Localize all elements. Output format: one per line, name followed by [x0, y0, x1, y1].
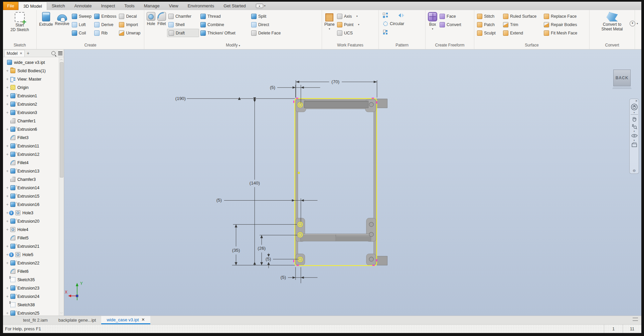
convert-to-sheet-metal-button[interactable]: Convert to Sheet Metal	[600, 11, 624, 31]
tab-overflow-icon[interactable]	[633, 318, 638, 321]
expander-icon[interactable]: +	[5, 244, 10, 249]
stitch-button[interactable]: Stitch	[476, 12, 502, 20]
extend-button[interactable]: Extend	[502, 29, 542, 37]
expander-icon[interactable]: +	[5, 219, 10, 224]
tree-item[interactable]: +Extrusion23	[3, 284, 59, 292]
rib-button[interactable]: Rib	[93, 29, 118, 37]
expander-icon[interactable]: +	[5, 69, 10, 73]
direct-button[interactable]: Direct	[250, 20, 291, 29]
axis-button[interactable]: Axis ▾	[336, 12, 366, 20]
file-menu-button[interactable]: File	[3, 2, 18, 10]
doc-tab-wide-case[interactable]: wide_case v3.ipt✕	[101, 316, 150, 324]
replace-face-button[interactable]: Replace Face	[542, 12, 585, 20]
add-tab-icon[interactable]: +	[27, 50, 29, 56]
chevron-down-icon[interactable]: ▾	[634, 130, 635, 132]
scroll-down-icon[interactable]: ﹀	[60, 311, 63, 316]
tree-item[interactable]: +Fillet6	[3, 267, 59, 275]
tab-inspect[interactable]: Inspect	[96, 2, 120, 10]
tab-get-started[interactable]: Get Started	[219, 2, 250, 10]
ruled-surface-button[interactable]: Ruled Surface	[502, 12, 542, 20]
freeform-convert-button[interactable]: Convert	[438, 20, 466, 29]
modify-group-label[interactable]: Modify ▾	[144, 42, 322, 49]
create-freeform-group-label[interactable]: Create Freeform	[426, 42, 474, 49]
fit-mesh-face-button[interactable]: Fit Mesh Face	[542, 29, 585, 37]
tree-item[interactable]: +Extrusion14	[3, 184, 59, 192]
sketch-group-label[interactable]: Sketch	[3, 42, 36, 49]
tree-item[interactable]: +Hole5	[3, 250, 59, 259]
dimension-labels[interactable]: (70) (5) (190) (140) (5) (35) (26) (5) (…	[175, 79, 339, 280]
browser-menu-icon[interactable]	[58, 51, 62, 55]
expander-icon[interactable]: +	[5, 127, 10, 132]
browser-tab-model[interactable]: Model✕	[4, 50, 25, 57]
expander-icon[interactable]: +	[5, 94, 10, 98]
sculpt-button[interactable]: Sculpt	[476, 29, 502, 37]
tree-item[interactable]: +Chamfer3	[3, 175, 59, 184]
shell-button[interactable]: Shell	[167, 20, 199, 29]
tree-item[interactable]: +Extrusion21	[3, 242, 59, 250]
expander-icon[interactable]: +	[5, 85, 10, 90]
extrude-button[interactable]: Extrude	[38, 11, 54, 27]
tree-item[interactable]: +Extrusion1	[3, 92, 59, 100]
expander-icon[interactable]: +	[5, 102, 10, 107]
expander-icon[interactable]: +	[5, 152, 10, 157]
sketch-point[interactable]	[298, 172, 300, 174]
expander-icon[interactable]: +	[5, 194, 10, 199]
ucs-button[interactable]: UCS	[336, 29, 366, 37]
expander-icon[interactable]: +	[5, 227, 10, 232]
expander-icon[interactable]: +	[5, 77, 10, 82]
hole-button[interactable]: Hole	[146, 11, 156, 26]
draft-button[interactable]: Draft	[167, 29, 199, 37]
fillet-button[interactable]: Fillet	[156, 11, 167, 26]
tree-item[interactable]: +Extrusion22	[3, 259, 59, 267]
tree-item[interactable]: +Extrusion24	[3, 292, 59, 301]
tree-item[interactable]: +Sketch35	[3, 275, 59, 284]
start-2d-sketch-button[interactable]: Start 2D Sketch	[9, 11, 30, 32]
navigation-bar[interactable]: ✕ ▾ ▾ ▾ ⊖	[629, 99, 639, 174]
unwrap-button[interactable]: Unwrap	[118, 29, 143, 37]
surface-group-label[interactable]: Surface	[474, 42, 589, 49]
freeform-box-button[interactable]: Box ▾	[427, 11, 438, 31]
tree-item[interactable]: +Extrusion12	[3, 150, 59, 158]
thread-button[interactable]: Thread	[199, 12, 250, 20]
plane-button[interactable]: Plane ▾	[323, 11, 336, 31]
tree-item[interactable]: +Extrusion20	[3, 217, 59, 225]
tree-item[interactable]: +Extrusion6	[3, 125, 59, 133]
tab-3d-model[interactable]: 3D Model	[18, 2, 47, 10]
tree-item[interactable]: +Extrusion11	[3, 142, 59, 150]
import-button[interactable]: Import	[118, 20, 143, 29]
close-icon[interactable]: ✕	[142, 317, 145, 322]
orbit-icon[interactable]	[631, 133, 638, 138]
collapse-navbar-icon[interactable]: ⊖	[633, 169, 636, 173]
tree-item[interactable]: +View: Master	[3, 75, 59, 83]
tab-environments[interactable]: Environments	[183, 2, 219, 10]
decal-button[interactable]: Decal	[118, 12, 143, 20]
convert-group-label[interactable]: Convert	[590, 42, 635, 49]
emboss-button[interactable]: Emboss	[93, 12, 118, 20]
point-button[interactable]: Point ▾	[336, 20, 366, 29]
navbar-close-icon[interactable]: ✕	[635, 100, 638, 103]
tree-item[interactable]: +Extrusion25	[3, 309, 59, 316]
tree-item[interactable]: +Extrusion13	[3, 167, 59, 175]
trim-button[interactable]: Trim	[502, 20, 542, 29]
search-icon[interactable]	[51, 51, 55, 55]
look-at-icon[interactable]	[631, 142, 638, 147]
tree-item[interactable]: +Extrusion15	[3, 192, 59, 200]
tree-item[interactable]: +Sketch38	[3, 301, 59, 309]
expander-icon[interactable]: +	[5, 311, 10, 316]
tab-view[interactable]: View	[164, 2, 183, 10]
expander-icon[interactable]: +	[5, 110, 10, 115]
tree-item[interactable]: +Extrusion3	[3, 108, 59, 117]
tree-item[interactable]: +Fillet5	[3, 234, 59, 242]
loft-button[interactable]: Loft	[70, 20, 93, 29]
coil-button[interactable]: Coil	[70, 29, 93, 37]
combine-button[interactable]: Combine	[199, 20, 250, 29]
tree-item[interactable]: +Hole4	[3, 225, 59, 234]
expander-icon[interactable]: +	[5, 144, 10, 148]
chamfer-button[interactable]: Chamfer	[167, 12, 199, 20]
freeform-face-button[interactable]: Face	[438, 12, 466, 20]
expander-icon[interactable]: +	[5, 169, 10, 174]
tree-item[interactable]: +Extrusion16	[3, 200, 59, 209]
chevron-down-icon[interactable]: ▾	[634, 139, 635, 141]
derive-button[interactable]: Derive	[93, 20, 118, 29]
pattern-group-label[interactable]: Pattern	[379, 42, 425, 49]
